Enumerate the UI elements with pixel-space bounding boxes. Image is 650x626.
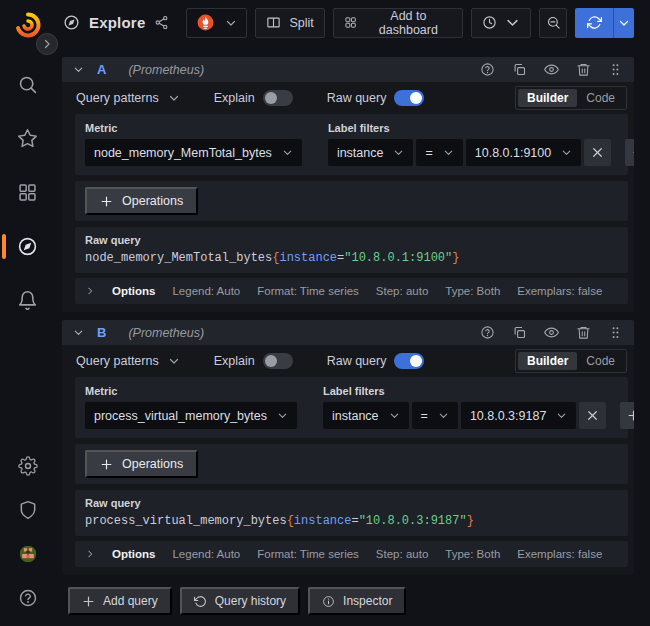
avatar <box>18 544 38 564</box>
sidebar-item-profile[interactable] <box>18 544 38 568</box>
refresh-interval-dropdown[interactable] <box>613 8 634 38</box>
options-legend: Legend: Auto <box>172 285 240 297</box>
sidebar-item-alerting[interactable] <box>0 290 55 311</box>
query-footer-actions: Add query Query history Inspector <box>62 587 634 615</box>
add-operation-button[interactable]: Operations <box>85 187 198 215</box>
run-query-button[interactable] <box>575 8 612 38</box>
builder-mode-button[interactable]: Builder <box>518 352 577 370</box>
raw-query-toggle[interactable] <box>394 353 424 369</box>
explain-label: Explain <box>214 91 255 105</box>
raw-query-panel: Raw query node_memory_MemTotal_bytes{ins… <box>75 227 628 273</box>
metric-select[interactable]: process_virtual_memory_bytes <box>85 402 297 429</box>
clock-icon <box>482 15 497 30</box>
add-to-dashboard-button[interactable]: Add to dashboard <box>333 8 463 38</box>
drag-handle-icon[interactable] <box>608 325 623 340</box>
collapse-chevron-icon[interactable] <box>73 327 84 338</box>
add-operation-button[interactable]: Operations <box>85 450 198 478</box>
sidebar-item-server-admin[interactable] <box>18 500 38 524</box>
query-history-button[interactable]: Query history <box>180 587 300 615</box>
hide-query-icon[interactable] <box>544 62 559 77</box>
chevron-down-icon <box>561 147 572 158</box>
datasource-picker[interactable] <box>186 8 247 38</box>
filter-value-select[interactable]: 10.8.0.1:9100 <box>466 139 581 166</box>
sidebar-item-search[interactable] <box>0 74 55 95</box>
code-mode-button[interactable]: Code <box>577 89 624 107</box>
add-query-button[interactable]: Add query <box>68 587 172 615</box>
hide-query-icon[interactable] <box>544 325 559 340</box>
query-header[interactable]: B (Prometheus) <box>62 320 634 345</box>
options-step: Step: auto <box>376 285 428 297</box>
query-patterns-dropdown[interactable]: Query patterns <box>76 354 180 368</box>
options-legend: Legend: Auto <box>172 548 240 560</box>
duplicate-query-icon[interactable] <box>512 62 527 77</box>
options-collapsed-row[interactable]: Options Legend: Auto Format: Time series… <box>75 541 628 567</box>
query-row-a: A (Prometheus) Query patterns <box>62 57 634 312</box>
explain-toggle[interactable] <box>263 90 293 106</box>
apps-grid-icon <box>344 15 357 30</box>
topbar: Explore Split Add to dashboard <box>55 0 650 45</box>
metric-select[interactable]: node_memory_MemTotal_bytes <box>85 139 302 166</box>
drag-handle-icon[interactable] <box>608 62 623 77</box>
options-collapsed-row[interactable]: Options Legend: Auto Format: Time series… <box>75 278 628 304</box>
code-mode-button[interactable]: Code <box>577 352 624 370</box>
filter-key-select[interactable]: instance <box>323 402 409 429</box>
apps-grid-icon <box>17 182 38 203</box>
plus-icon <box>100 458 113 471</box>
options-format: Format: Time series <box>257 285 359 297</box>
share-icon[interactable] <box>154 15 169 30</box>
sidebar-expand-button[interactable] <box>36 33 58 55</box>
sidebar-item-explore[interactable] <box>0 236 55 257</box>
sidebar-item-dashboards[interactable] <box>0 182 55 203</box>
explore-pane: A (Prometheus) Query patterns <box>55 45 650 626</box>
raw-query-label: Raw query <box>327 91 387 105</box>
sidebar-item-settings[interactable] <box>18 456 38 480</box>
query-row-b: B (Prometheus) Query patterns <box>62 320 634 575</box>
raw-query-title: Raw query <box>85 234 618 246</box>
chevron-down-icon <box>225 17 237 29</box>
metric-labels-panel: Metric process_virtual_memory_bytes Labe… <box>75 377 628 438</box>
explain-toggle[interactable] <box>263 353 293 369</box>
sidebar-item-favorites[interactable] <box>0 128 55 149</box>
options-exemplars: Exemplars: false <box>517 548 602 560</box>
raw-query-code: process_virtual_memory_bytes{instance="1… <box>85 514 618 528</box>
filter-operator-select[interactable]: = <box>416 139 462 166</box>
compass-icon <box>17 236 38 257</box>
remove-filter-button[interactable] <box>584 139 611 166</box>
query-datasource-label: (Prometheus) <box>128 63 204 77</box>
inspector-button[interactable]: Inspector <box>308 587 406 615</box>
filter-operator-select[interactable]: = <box>412 402 458 429</box>
operations-panel: Operations <box>75 181 628 221</box>
builder-mode-button[interactable]: Builder <box>518 89 577 107</box>
raw-query-label: Raw query <box>327 354 387 368</box>
time-range-picker[interactable] <box>471 8 531 38</box>
add-filter-button[interactable] <box>620 402 634 429</box>
add-filter-button[interactable] <box>625 139 634 166</box>
collapse-chevron-icon[interactable] <box>73 64 84 75</box>
raw-query-toggle[interactable] <box>394 90 424 106</box>
plus-icon <box>82 595 95 608</box>
plus-icon <box>627 409 634 422</box>
query-help-icon[interactable] <box>480 62 495 77</box>
gear-icon <box>18 456 38 476</box>
prometheus-logo-icon <box>196 13 215 32</box>
sidebar <box>0 0 55 626</box>
plus-icon <box>100 195 113 208</box>
info-circle-icon <box>322 595 335 608</box>
filter-value-select[interactable]: 10.8.0.3:9187 <box>461 402 576 429</box>
split-button[interactable]: Split <box>255 8 324 38</box>
filter-key-select[interactable]: instance <box>328 139 414 166</box>
chevron-down-icon <box>168 355 180 367</box>
delete-query-icon[interactable] <box>576 325 591 340</box>
duplicate-query-icon[interactable] <box>512 325 527 340</box>
query-patterns-dropdown[interactable]: Query patterns <box>76 91 180 105</box>
star-icon <box>17 128 38 149</box>
query-help-icon[interactable] <box>480 325 495 340</box>
search-icon <box>17 74 38 95</box>
zoom-out-button[interactable] <box>539 8 568 38</box>
query-header[interactable]: A (Prometheus) <box>62 57 634 82</box>
sidebar-item-help[interactable] <box>18 588 38 612</box>
delete-query-icon[interactable] <box>576 62 591 77</box>
grafana-explore-app: Explore Split Add to dashboard <box>0 0 650 626</box>
options-type: Type: Both <box>445 548 500 560</box>
remove-filter-button[interactable] <box>579 402 606 429</box>
